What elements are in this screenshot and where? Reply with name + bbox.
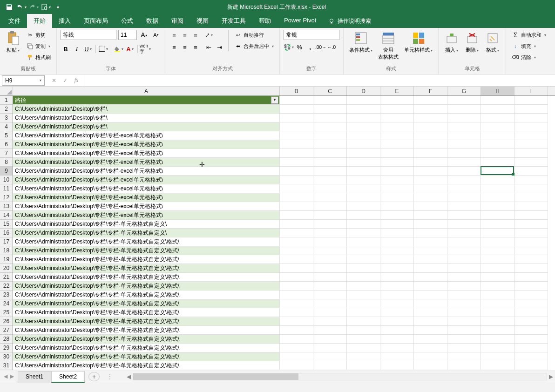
save-icon[interactable] bbox=[4, 1, 15, 13]
cell[interactable]: C:\Users\Administrator\Desktop\专栏\专栏-单元格… bbox=[13, 229, 280, 237]
delete-cells-button[interactable]: 删除▾ bbox=[463, 30, 481, 54]
cell[interactable] bbox=[380, 184, 414, 193]
cell[interactable] bbox=[347, 255, 380, 264]
row-header-30[interactable]: 30 bbox=[0, 352, 13, 361]
cell-styles-button[interactable]: 单元格样式▾ bbox=[402, 30, 434, 54]
cell[interactable] bbox=[280, 140, 313, 149]
cell[interactable] bbox=[313, 326, 347, 335]
tell-me-search[interactable]: 操作说明搜索 bbox=[323, 14, 377, 28]
cell[interactable] bbox=[280, 255, 313, 264]
cell[interactable]: C:\Users\Administrator\Desktop\专栏\专栏-exc… bbox=[13, 211, 280, 220]
orientation-icon[interactable]: ⤢▾ bbox=[203, 30, 214, 40]
align-center-icon[interactable]: ≡ bbox=[180, 42, 190, 52]
col-header-H[interactable]: H bbox=[481, 87, 514, 95]
cell[interactable] bbox=[347, 291, 380, 299]
cell[interactable]: C:\Users\Administrator\Desktop\专栏\专栏-exc… bbox=[13, 176, 280, 184]
col-header-E[interactable]: E bbox=[380, 87, 414, 95]
row-header-19[interactable]: 19 bbox=[0, 255, 13, 264]
align-right-icon[interactable]: ≡ bbox=[190, 42, 201, 52]
cell[interactable] bbox=[313, 273, 347, 282]
cell[interactable] bbox=[447, 335, 481, 344]
cell[interactable] bbox=[280, 176, 313, 184]
cell[interactable] bbox=[313, 114, 347, 122]
cell[interactable] bbox=[481, 105, 514, 114]
cell[interactable] bbox=[347, 131, 380, 140]
cell[interactable] bbox=[313, 229, 347, 237]
comma-icon[interactable]: , bbox=[305, 42, 315, 52]
cell[interactable] bbox=[414, 326, 447, 335]
cell[interactable] bbox=[380, 335, 414, 344]
align-middle-icon[interactable]: ≡ bbox=[180, 30, 190, 40]
cell[interactable] bbox=[514, 273, 548, 282]
undo-icon[interactable]: ▾ bbox=[16, 1, 27, 13]
cell[interactable] bbox=[447, 131, 481, 140]
cell[interactable] bbox=[347, 220, 380, 229]
cell[interactable] bbox=[514, 291, 548, 299]
cell[interactable]: C:\Users\Administrator\Desktop\专栏\专栏-单元格… bbox=[13, 246, 280, 255]
cell[interactable] bbox=[347, 105, 380, 114]
cell[interactable] bbox=[414, 299, 447, 308]
cell[interactable]: C:\Users\Administrator\Desktop\专栏\专栏-exc… bbox=[13, 131, 280, 140]
row-header-10[interactable]: 10 bbox=[0, 176, 13, 184]
cell[interactable] bbox=[280, 96, 313, 105]
cell[interactable] bbox=[347, 299, 380, 308]
cell[interactable] bbox=[280, 114, 313, 122]
cell[interactable] bbox=[347, 158, 380, 167]
table-format-button[interactable]: 套用 表格格式 bbox=[376, 30, 400, 61]
ribbon-tab-1[interactable]: 开始 bbox=[27, 14, 52, 28]
paste-button[interactable]: 粘贴▾ bbox=[4, 30, 22, 54]
conditional-format-button[interactable]: 条件格式▾ bbox=[347, 30, 374, 54]
cell[interactable] bbox=[347, 361, 380, 370]
row-header-27[interactable]: 27 bbox=[0, 326, 13, 335]
cell[interactable] bbox=[380, 352, 414, 361]
cell[interactable] bbox=[514, 220, 548, 229]
cell[interactable] bbox=[280, 211, 313, 220]
cell[interactable] bbox=[447, 184, 481, 193]
cut-button[interactable]: ✂剪切 bbox=[24, 30, 53, 40]
cell[interactable] bbox=[481, 220, 514, 229]
cell[interactable] bbox=[514, 264, 548, 273]
col-header-I[interactable]: I bbox=[514, 87, 548, 95]
cell[interactable]: C:\Users\Administrator\Desktop\专栏\专栏-单元格… bbox=[13, 361, 280, 370]
cell[interactable]: C:\Users\Administrator\Desktop\专栏\专栏-exc… bbox=[13, 140, 280, 149]
cell[interactable] bbox=[380, 361, 414, 370]
cell[interactable]: C:\Users\Administrator\Desktop\专栏\专栏-单元格… bbox=[13, 220, 280, 229]
cell[interactable] bbox=[481, 255, 514, 264]
cell[interactable] bbox=[313, 211, 347, 220]
cell[interactable] bbox=[447, 211, 481, 220]
cell[interactable] bbox=[447, 291, 481, 299]
underline-button[interactable]: U▾ bbox=[83, 44, 93, 54]
cell[interactable]: C:\Users\Administrator\Desktop\专栏\专栏-单元格… bbox=[13, 282, 280, 291]
cell[interactable] bbox=[313, 282, 347, 291]
cell[interactable] bbox=[414, 361, 447, 370]
cell[interactable] bbox=[280, 308, 313, 317]
cell[interactable] bbox=[414, 255, 447, 264]
cell[interactable] bbox=[380, 211, 414, 220]
cell[interactable] bbox=[313, 291, 347, 299]
cell[interactable]: 路径▼ bbox=[13, 96, 280, 105]
sheet-tab-Sheet2[interactable]: Sheet2 bbox=[51, 371, 85, 383]
cell[interactable]: C:\Users\Administrator\Desktop\专栏\专栏-单元格… bbox=[13, 237, 280, 246]
cell[interactable]: C:\Users\Administrator\Desktop\专栏\专栏-单元格… bbox=[13, 264, 280, 273]
cell[interactable] bbox=[481, 291, 514, 299]
cell[interactable] bbox=[313, 335, 347, 344]
cell[interactable] bbox=[514, 335, 548, 344]
cell[interactable] bbox=[380, 282, 414, 291]
cell[interactable] bbox=[313, 176, 347, 184]
align-bottom-icon[interactable]: ≡ bbox=[190, 30, 201, 40]
cell[interactable]: C:\Users\Administrator\Desktop\专栏\专栏-单元格… bbox=[13, 344, 280, 352]
name-box-input[interactable] bbox=[5, 77, 33, 84]
cell[interactable] bbox=[447, 317, 481, 326]
cell[interactable] bbox=[313, 149, 347, 158]
cell[interactable]: C:\Users\Administrator\Desktop\专栏\专栏-exc… bbox=[13, 158, 280, 167]
cell[interactable] bbox=[514, 299, 548, 308]
cell[interactable]: C:\Users\Administrator\Desktop\专栏\ bbox=[13, 105, 280, 114]
cell[interactable] bbox=[447, 158, 481, 167]
cell[interactable]: C:\Users\Administrator\Desktop\专栏\专栏-单元格… bbox=[13, 255, 280, 264]
cell[interactable] bbox=[347, 273, 380, 282]
row-header-4[interactable]: 4 bbox=[0, 122, 13, 131]
align-left-icon[interactable]: ≡ bbox=[169, 42, 179, 52]
cell[interactable] bbox=[380, 96, 414, 105]
cell[interactable]: C:\Users\Administrator\Desktop\专栏\专栏-单元格… bbox=[13, 308, 280, 317]
cell[interactable] bbox=[481, 122, 514, 131]
